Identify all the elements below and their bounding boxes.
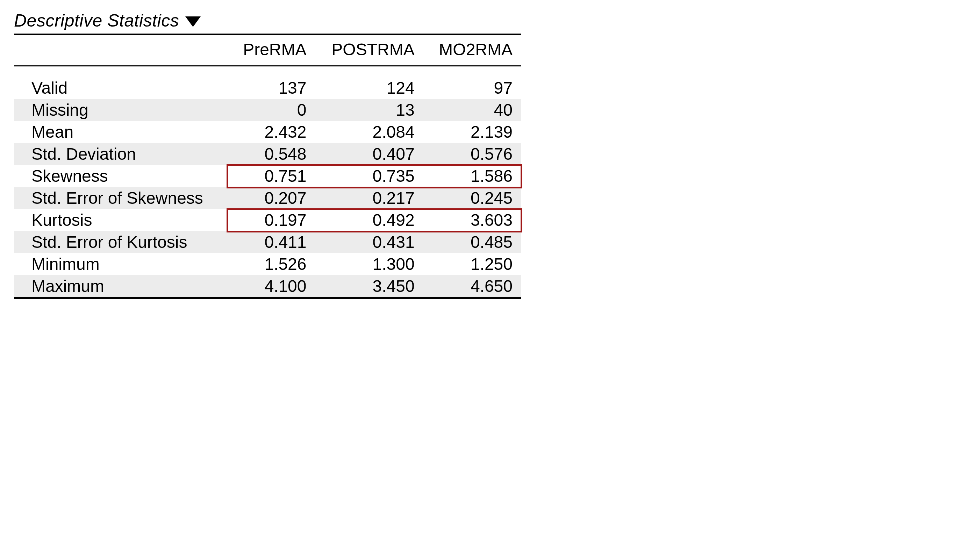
row-label: Std. Error of Kurtosis	[14, 231, 228, 253]
table-row: Missing 0 13 40	[14, 99, 521, 121]
table-row: Skewness 0.751 0.735 1.586	[14, 165, 521, 187]
table-row: Mean 2.432 2.084 2.139	[14, 121, 521, 143]
descriptive-statistics-table: PreRMA POSTRMA MO2RMA Valid 137 124 97 M…	[14, 33, 521, 299]
cell: 1.586	[423, 165, 521, 187]
cell: 0.485	[423, 231, 521, 253]
cell: 0.735	[315, 165, 423, 187]
table-row: Kurtosis 0.197 0.492 3.603	[14, 209, 521, 231]
panel-title: Descriptive Statistics	[14, 11, 179, 31]
header-col-1: PreRMA	[228, 34, 315, 66]
cell: 0.548	[228, 143, 315, 165]
cell: 40	[423, 99, 521, 121]
cell: 3.603	[423, 209, 521, 231]
descriptive-statistics-panel: Descriptive Statistics PreRMA POSTRMA MO…	[0, 0, 535, 310]
cell: 0.197	[228, 209, 315, 231]
header-col-3: MO2RMA	[423, 34, 521, 66]
table-row: Valid 137 124 97	[14, 77, 521, 99]
panel-header[interactable]: Descriptive Statistics	[14, 11, 521, 31]
row-label: Kurtosis	[14, 209, 228, 231]
collapse-toggle-icon[interactable]	[185, 16, 201, 27]
table-holder: PreRMA POSTRMA MO2RMA Valid 137 124 97 M…	[14, 33, 521, 299]
cell: 0.217	[315, 187, 423, 209]
header-blank	[14, 34, 228, 66]
cell: 3.450	[315, 275, 423, 298]
cell: 97	[423, 77, 521, 99]
cell: 0.492	[315, 209, 423, 231]
row-label: Std. Error of Skewness	[14, 187, 228, 209]
row-label: Minimum	[14, 253, 228, 275]
cell: 0	[228, 99, 315, 121]
cell: 0.751	[228, 165, 315, 187]
cell: 4.100	[228, 275, 315, 298]
cell: 0.207	[228, 187, 315, 209]
header-col-2: POSTRMA	[315, 34, 423, 66]
row-label: Maximum	[14, 275, 228, 298]
row-label: Std. Deviation	[14, 143, 228, 165]
table-row: Minimum 1.526 1.300 1.250	[14, 253, 521, 275]
cell: 1.300	[315, 253, 423, 275]
table-row: Std. Error of Kurtosis 0.411 0.431 0.485	[14, 231, 521, 253]
row-label: Valid	[14, 77, 228, 99]
cell: 2.139	[423, 121, 521, 143]
cell: 0.411	[228, 231, 315, 253]
cell: 0.245	[423, 187, 521, 209]
cell: 137	[228, 77, 315, 99]
cell: 13	[315, 99, 423, 121]
table-row: Std. Deviation 0.548 0.407 0.576	[14, 143, 521, 165]
cell: 2.084	[315, 121, 423, 143]
cell: 0.576	[423, 143, 521, 165]
cell: 124	[315, 77, 423, 99]
cell: 2.432	[228, 121, 315, 143]
cell: 0.431	[315, 231, 423, 253]
row-label: Missing	[14, 99, 228, 121]
spacer-row	[14, 66, 521, 77]
cell: 0.407	[315, 143, 423, 165]
cell: 1.250	[423, 253, 521, 275]
table-row: Maximum 4.100 3.450 4.650	[14, 275, 521, 298]
row-label: Mean	[14, 121, 228, 143]
table-row: Std. Error of Skewness 0.207 0.217 0.245	[14, 187, 521, 209]
row-label: Skewness	[14, 165, 228, 187]
cell: 4.650	[423, 275, 521, 298]
cell: 1.526	[228, 253, 315, 275]
table-header-row: PreRMA POSTRMA MO2RMA	[14, 34, 521, 66]
